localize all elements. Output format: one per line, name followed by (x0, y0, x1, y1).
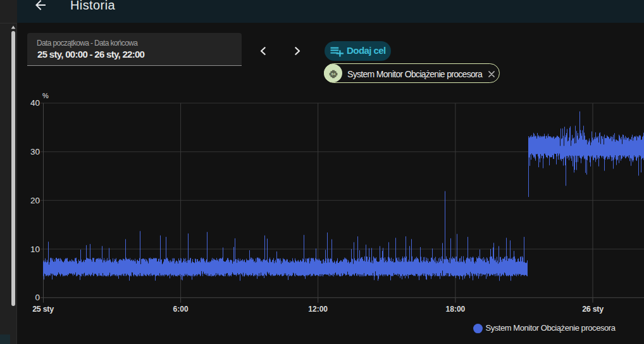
svg-text:6:00: 6:00 (173, 305, 189, 314)
svg-text:System Monitor Obciążenie proc: System Monitor Obciążenie procesora (486, 323, 616, 333)
svg-text:18:00: 18:00 (446, 305, 466, 314)
svg-text:25 sty: 25 sty (32, 305, 54, 314)
svg-text:30: 30 (30, 147, 40, 156)
svg-text:0: 0 (35, 293, 40, 302)
svg-text:10: 10 (30, 245, 40, 254)
svg-text:12:00: 12:00 (308, 305, 328, 314)
svg-text:26 sty: 26 sty (582, 305, 604, 314)
svg-text:20: 20 (30, 196, 40, 205)
svg-text:40: 40 (30, 98, 40, 108)
svg-text:%: % (42, 92, 49, 99)
